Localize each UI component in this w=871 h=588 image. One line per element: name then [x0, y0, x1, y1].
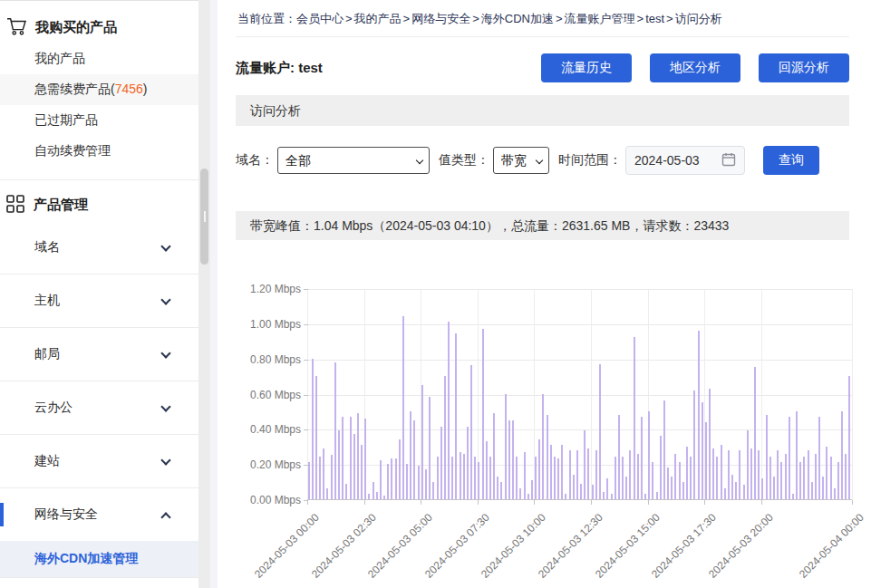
scrollbar-thumb[interactable] — [200, 169, 208, 265]
chart-bar — [841, 411, 843, 499]
header-button-group: 流量历史 地区分析 回源分析 — [541, 53, 849, 82]
plot-area — [307, 289, 852, 500]
sidebar-item-label: ) — [143, 82, 148, 96]
sidebar-section-management: 产品管理 — [0, 189, 198, 221]
breadcrumb-item[interactable]: 海外CDN加速 — [481, 12, 554, 25]
chart-bar — [561, 445, 563, 499]
chart-bar — [716, 457, 718, 499]
x-axis-tick — [761, 500, 762, 505]
sidebar-group-label: 主机 — [34, 293, 60, 309]
chart-bar — [350, 417, 352, 499]
chart-bar — [766, 415, 768, 499]
chart-bar — [660, 436, 662, 499]
chart-bar — [679, 462, 681, 499]
sidebar-item-my-products[interactable]: 我的产品 — [0, 43, 198, 74]
chart-bar — [312, 359, 314, 499]
chart-bar — [527, 494, 529, 499]
value-type-label: 值类型： — [439, 152, 489, 169]
sidebar-scrollbar[interactable] — [198, 0, 210, 588]
sidebar-item-expired-products[interactable]: 已过期产品 — [0, 105, 198, 136]
chart-bar — [326, 488, 328, 499]
x-axis-tick — [307, 500, 308, 505]
breadcrumb-item[interactable]: 访问分析 — [675, 12, 722, 25]
chart-bar — [644, 494, 646, 499]
sidebar-item-renewal-needed[interactable]: 急需续费产品(7456) — [0, 74, 198, 105]
chart-bar — [493, 413, 495, 499]
y-axis-label: 0.60 Mbps — [236, 389, 301, 401]
chart-bar — [652, 462, 653, 499]
chart-bar — [402, 316, 404, 499]
sidebar-group-site-builder: 建站 — [0, 435, 198, 488]
chart-bar — [702, 402, 703, 499]
chart-bar — [709, 389, 711, 499]
y-axis-tick — [304, 465, 308, 466]
origin-analysis-button[interactable]: 回源分析 — [759, 53, 849, 82]
chart-bar — [671, 477, 673, 499]
chart-bar — [308, 462, 310, 499]
chart-bar — [413, 420, 415, 499]
breadcrumb-item[interactable]: 我的产品 — [354, 12, 402, 25]
sidebar-item-label: 我的产品 — [34, 51, 85, 65]
sidebar-section-title: 产品管理 — [34, 197, 88, 214]
chart-bar — [739, 450, 740, 499]
chart-bar — [848, 376, 850, 499]
traffic-history-button[interactable]: 流量历史 — [541, 53, 632, 82]
gridline-horizontal — [307, 360, 852, 361]
value-type-select[interactable]: 带宽 — [493, 147, 549, 174]
sidebar-item-label: 急需续费产品( — [34, 82, 115, 96]
x-axis-tick — [591, 500, 592, 505]
layout-gutter — [210, 0, 218, 588]
sidebar-item-auto-renewal[interactable]: 自动续费管理 — [0, 136, 198, 167]
date-value: 2024-05-03 — [634, 153, 700, 168]
chevron-down-icon — [160, 401, 170, 411]
region-analysis-button[interactable]: 地区分析 — [650, 53, 740, 82]
sidebar-group-domain-row[interactable]: 域名 — [0, 221, 198, 274]
chart-bar — [399, 439, 401, 499]
sidebar-group-network-security-row[interactable]: 网络与安全 — [0, 488, 198, 541]
sidebar-item-overseas-cdn[interactable]: 海外CDN加速管理 — [0, 541, 198, 577]
sidebar-group-ssl-row[interactable]: SSL安全证书 — [0, 578, 198, 588]
chart-bar — [747, 430, 749, 499]
chart-bar — [822, 477, 824, 499]
query-button[interactable]: 查询 — [763, 146, 819, 175]
chart-bar — [637, 454, 639, 499]
breadcrumb-item[interactable]: test — [645, 12, 664, 25]
breadcrumb-prefix: 当前位置： — [237, 12, 296, 25]
chart-bar — [777, 450, 779, 499]
date-picker-input[interactable]: 2024-05-03 — [625, 146, 745, 175]
chart-bar — [796, 411, 798, 499]
page-title: 流量账户: test — [236, 60, 323, 77]
chart-bar — [554, 457, 556, 499]
breadcrumb-item[interactable]: 流量账户管理 — [565, 12, 635, 25]
breadcrumb-item[interactable]: 会员中心 — [296, 12, 344, 25]
chart-bar — [743, 485, 745, 499]
chart-bar — [611, 494, 613, 499]
chart-bar — [641, 417, 643, 499]
chart-bar — [731, 475, 733, 499]
scrollbar-grip — [204, 211, 206, 222]
chart-bar — [811, 482, 813, 499]
calendar-icon — [721, 152, 736, 169]
chart-bar — [531, 480, 533, 499]
chart-bar — [395, 458, 397, 499]
title-row: 流量账户: test 流量历史 地区分析 回源分析 — [236, 53, 849, 82]
chart-bar — [754, 367, 756, 499]
domain-select[interactable]: 全部 — [277, 147, 430, 174]
sidebar-group-cloud-office-row[interactable]: 云办公 — [0, 381, 198, 434]
chart-bar — [595, 450, 597, 499]
bandwidth-chart: 0.00 Mbps0.20 Mbps0.40 Mbps0.60 Mbps0.80… — [236, 282, 849, 581]
chart-bar — [705, 422, 707, 499]
section-title: 访问分析 — [250, 103, 301, 118]
type-select-wrap: 带宽 — [493, 147, 549, 174]
cart-icon — [6, 17, 26, 38]
x-axis-tick — [421, 500, 421, 505]
chart-bar — [331, 455, 333, 499]
sidebar-group-mail-row[interactable]: 邮局 — [0, 328, 198, 381]
breadcrumb-item[interactable]: 网络与安全 — [411, 12, 470, 25]
gridline-horizontal — [307, 395, 852, 396]
sidebar-group-host-row[interactable]: 主机 — [0, 275, 198, 327]
chart-bar — [508, 420, 510, 499]
sidebar-group-site-builder-row[interactable]: 建站 — [0, 435, 198, 487]
y-axis-label: 1.00 Mbps — [236, 318, 301, 331]
chart-bar — [803, 457, 805, 499]
